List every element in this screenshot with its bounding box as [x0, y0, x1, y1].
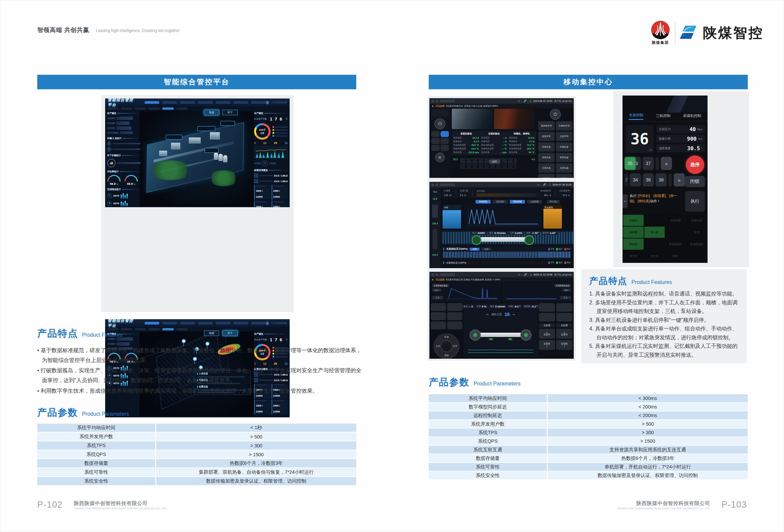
- arm-button-grid[interactable]: ▲左臂升 ▲右臂升 左臂降▼ 右臂降▼: [539, 329, 572, 350]
- arm-button[interactable]: ▲右臂升: [556, 329, 572, 338]
- tab-support-control[interactable]: 支架控制: [629, 113, 643, 120]
- reverse-button[interactable]: 反转: [489, 159, 500, 164]
- chart-period-pill[interactable]: 24 h: [432, 289, 441, 292]
- machine-button[interactable]: 转载低速: [556, 142, 572, 151]
- pressure-tab-left[interactable]: 左前: [470, 248, 479, 251]
- page-prev-button[interactable]: «: [661, 157, 672, 170]
- support-number-button[interactable]: 38: [655, 173, 667, 186]
- action-button[interactable]: 移架: [665, 250, 686, 262]
- machine-button[interactable]: 后部低速: [556, 164, 572, 173]
- mode-button[interactable]: 煤机跟随: [510, 200, 525, 204]
- action-button[interactable]: 伸顶梁侧护: [665, 238, 686, 250]
- machine-switch-grid[interactable]: 破碎机开关 转载机开关 前部开关 后部开关 转载高速 转载低速 前部高速 前部低…: [538, 121, 572, 178]
- interlock-button[interactable]: 闭锁: [684, 176, 705, 187]
- action-button[interactable]: 收顶梁侧护: [687, 238, 707, 250]
- machine-button[interactable]: 后部开关: [556, 132, 572, 141]
- start-stop-grid[interactable]: [539, 303, 572, 322]
- page-next-button[interactable]: »: [674, 173, 685, 186]
- action-button[interactable]: 前喷雾: [623, 227, 644, 238]
- pressure-tab-right[interactable]: 右前: [481, 248, 492, 251]
- view-toggle[interactable]: 地面 井下: [204, 110, 237, 115]
- machine-button[interactable]: 前部高速: [538, 153, 555, 162]
- speed-dpad[interactable]: 加速 左牵 右牵 减速: [434, 333, 459, 359]
- arm-button[interactable]: ▲左臂升: [539, 329, 555, 338]
- control-tile[interactable]: [556, 303, 572, 312]
- mode-tile[interactable]: [431, 312, 446, 320]
- execute-button[interactable]: 执行: [685, 191, 705, 211]
- dashboard1-nav[interactable]: [145, 101, 266, 104]
- mode-tile[interactable]: [441, 138, 449, 144]
- support-number-button[interactable]: 2: [624, 173, 628, 186]
- phone-tab-bar[interactable]: 支架控制 三机控制 采煤机控制: [622, 113, 707, 120]
- action-button[interactable]: [665, 227, 686, 238]
- action-button[interactable]: 升前柱: [623, 215, 644, 226]
- dashboard2-nav[interactable]: [145, 322, 266, 324]
- action-button[interactable]: 伸平衡: [623, 250, 644, 262]
- view-toggle-surface[interactable]: 地面: [204, 330, 219, 336]
- machine-button[interactable]: 转载高速: [538, 142, 555, 151]
- mode-tile[interactable]: [431, 303, 446, 311]
- action-button[interactable]: [687, 250, 707, 262]
- support-number-button-selected[interactable]: 35: [624, 157, 636, 170]
- machine-button[interactable]: 转载正转: [538, 174, 555, 178]
- dashboard1-tabs[interactable]: [107, 108, 188, 110]
- action-button[interactable]: 收平衡: [644, 250, 665, 262]
- support-number-button[interactable]: 37: [643, 157, 654, 170]
- guard-button[interactable]: 防: [435, 152, 445, 162]
- control-tile[interactable]: [539, 313, 555, 322]
- mode-tile[interactable]: [447, 303, 463, 311]
- mode-button[interactable]: 记忆截割: [493, 200, 508, 204]
- arrow-right-icon[interactable]: ➡: [512, 313, 515, 316]
- view-toggle-underground[interactable]: 井下: [222, 110, 237, 115]
- chart-period-pill[interactable]: 24 h: [562, 289, 571, 292]
- arm-button[interactable]: 左臂降▼: [539, 340, 555, 350]
- action-button[interactable]: 伸一级: [644, 227, 665, 238]
- machine-button[interactable]: 破碎机开关: [538, 121, 555, 130]
- tab-shearer[interactable]: 采煤机控制: [683, 113, 701, 120]
- machine-button[interactable]: 转载反转: [556, 174, 572, 178]
- support-number-button[interactable]: [668, 173, 672, 186]
- arrow-left-icon[interactable]: ⬅: [486, 313, 489, 316]
- mode-tile[interactable]: [431, 131, 440, 137]
- machine-button[interactable]: 后部高速: [538, 164, 555, 173]
- support-number-button[interactable]: 36: [643, 173, 654, 186]
- belt-estop-button[interactable]: ⏻: [435, 118, 446, 129]
- view-toggle-underground[interactable]: 井下: [222, 330, 237, 336]
- mode-tile-grid[interactable]: [431, 303, 463, 329]
- mode-tiles[interactable]: [431, 131, 449, 151]
- machine-button[interactable]: 转载机开关: [556, 121, 572, 130]
- mode-button[interactable]: 自动跟机: [476, 200, 491, 204]
- machine-button[interactable]: 前部开关: [538, 132, 555, 141]
- master-power-button[interactable]: ⏻: [550, 109, 561, 120]
- control-tile[interactable]: [539, 303, 555, 312]
- action-button[interactable]: 伸伸缩梁: [665, 215, 686, 226]
- mode-button-row[interactable]: 自动跟机 记忆截割 煤机跟随 过滤跟随: [476, 200, 542, 204]
- action-button[interactable]: [644, 238, 665, 250]
- mode-tile[interactable]: [441, 131, 449, 137]
- support-number-button[interactable]: 34: [630, 173, 641, 186]
- action-button[interactable]: 收伸缩梁: [687, 215, 707, 226]
- control-tile[interactable]: [556, 313, 572, 322]
- drawer-handle[interactable]: ≡›: [622, 194, 628, 208]
- mode-tile[interactable]: [441, 145, 449, 151]
- mode-tile[interactable]: [431, 322, 446, 329]
- action-button[interactable]: 推溜: [687, 227, 707, 238]
- action-button[interactable]: 伸抬底: [623, 238, 644, 250]
- emergency-stop-button[interactable]: 急停: [686, 155, 704, 174]
- period-dropdown[interactable]: 24小时 ▾: [547, 200, 560, 204]
- support-number-button[interactable]: [655, 157, 659, 170]
- tab-three-machine[interactable]: 三机控制: [656, 113, 670, 120]
- mode-button[interactable]: 过滤跟随: [527, 200, 542, 204]
- arm-button[interactable]: 右臂降▼: [556, 340, 572, 350]
- action-button[interactable]: [644, 215, 665, 226]
- support-action-grid[interactable]: 升前柱 伸伸缩梁 收伸缩梁 前喷雾 伸一级 推溜 伸抬底 伸顶梁侧护 收顶梁侧护…: [623, 215, 707, 262]
- mode-tile[interactable]: [447, 322, 463, 329]
- support-row-odd[interactable]: 1 33 35 37 «: [624, 157, 672, 170]
- mode-tile[interactable]: [447, 312, 463, 320]
- machine-button[interactable]: 前部低速: [556, 153, 572, 162]
- mode-tile[interactable]: [431, 138, 440, 144]
- view-toggle[interactable]: 地面 井下: [204, 330, 237, 336]
- support-row-even[interactable]: 2 34 36 38 »: [624, 173, 685, 186]
- view-toggle-surface[interactable]: 地面: [204, 110, 219, 115]
- mode-tile[interactable]: [431, 145, 440, 151]
